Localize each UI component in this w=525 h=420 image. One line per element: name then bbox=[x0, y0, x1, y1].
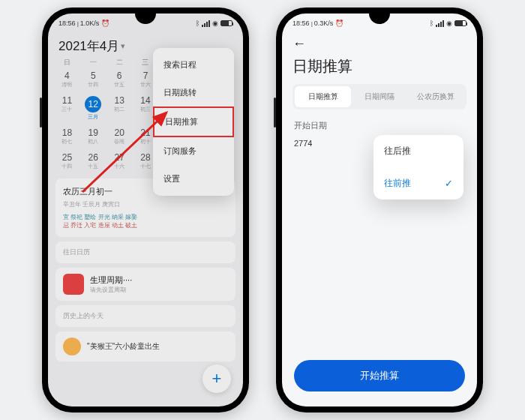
day-number: 14 bbox=[140, 95, 150, 106]
lunar-subtitle: 辛丑年 壬辰月 庚寅日 bbox=[63, 200, 228, 208]
field-label: 开始日期 bbox=[294, 120, 327, 131]
tabs: 日期推算 日期间隔 公农历换算 bbox=[292, 84, 466, 110]
option-label: 往后推 bbox=[384, 145, 411, 158]
calendar-day[interactable]: 19初八 bbox=[80, 126, 106, 148]
day-number: 21 bbox=[140, 128, 150, 138]
section-past-days[interactable]: 往日日历 bbox=[56, 242, 236, 263]
day-number: 7 bbox=[143, 70, 148, 81]
calendar-day[interactable]: 12三月 bbox=[80, 94, 106, 123]
alarm-icon: ⏰ bbox=[101, 20, 110, 27]
menu-search[interactable]: 搜索日程 bbox=[153, 51, 234, 79]
screen-calendar: 18:56 | 1.0K/s ⏰ ᛒ ◉ 2021年4月 ▾ 日 一 二 三 四… bbox=[48, 14, 243, 406]
add-event-fab[interactable]: + bbox=[202, 364, 231, 393]
period-title: 生理周期···· bbox=[90, 274, 132, 286]
menu-settings[interactable]: 设置 bbox=[153, 165, 234, 193]
status-speed: 1.0K/s bbox=[80, 20, 100, 27]
page-title: 日期推算 bbox=[282, 52, 477, 84]
day-sub: 十五 bbox=[80, 163, 106, 170]
weekday: 二 bbox=[106, 58, 133, 68]
calendar-day[interactable]: 25十四 bbox=[54, 151, 80, 172]
calendar-day[interactable]: 13初二 bbox=[106, 94, 133, 123]
calendar-day[interactable]: 18初七 bbox=[54, 126, 80, 148]
day-sub: 清明 bbox=[54, 81, 80, 88]
signal-icon bbox=[202, 20, 210, 27]
day-number: 28 bbox=[140, 152, 150, 163]
day-sub: 初七 bbox=[54, 138, 80, 146]
direction-popup: 往后推 往前推 ✓ bbox=[374, 135, 464, 200]
wifi-icon: ◉ bbox=[446, 20, 452, 27]
overflow-menu: 搜索日程 日期跳转 日期推算 订阅服务 设置 bbox=[153, 48, 234, 196]
day-number: 4 bbox=[64, 70, 70, 81]
day-number: 11 bbox=[62, 95, 72, 106]
lunar-good: 宜 祭祀 塑绘 开光 纳采 嫁娶 bbox=[63, 213, 137, 221]
field-value: 2774 bbox=[294, 139, 312, 148]
menu-date-calc[interactable]: 日期推算 bbox=[153, 106, 234, 137]
weekday: 日 bbox=[54, 58, 80, 68]
period-sub: 请先设置周期 bbox=[90, 286, 132, 294]
weekday: 一 bbox=[80, 58, 106, 68]
battery-icon bbox=[454, 20, 466, 26]
tab-date-calc[interactable]: 日期推算 bbox=[295, 86, 351, 107]
back-button[interactable]: ← bbox=[282, 33, 477, 52]
tab-lunar-convert[interactable]: 公农历换算 bbox=[408, 86, 464, 107]
signal-icon bbox=[436, 20, 444, 27]
heart-icon bbox=[63, 274, 84, 295]
calendar-day[interactable]: 20谷雨 bbox=[106, 126, 133, 148]
event-icon bbox=[63, 338, 81, 356]
calendar-day[interactable]: 27十六 bbox=[106, 151, 133, 172]
day-sub: 谷雨 bbox=[106, 138, 133, 146]
day-sub: 十四 bbox=[54, 163, 80, 170]
bluetooth-icon: ᛒ bbox=[430, 20, 434, 27]
event-title: "美猴王"六小龄童出生 bbox=[87, 341, 160, 352]
phone-right: 18:56 | 0.3K/s ⏰ ᛒ ◉ ← 日期推算 日期推算 日期间隔 公农… bbox=[276, 8, 483, 412]
day-sub: 十六 bbox=[106, 163, 133, 170]
status-time: 18:56 bbox=[58, 20, 76, 27]
alarm-icon: ⏰ bbox=[335, 20, 344, 27]
field-start-date[interactable]: 开始日期 bbox=[282, 110, 477, 136]
wifi-icon: ◉ bbox=[212, 20, 218, 27]
day-number: 13 bbox=[114, 95, 124, 106]
bluetooth-icon: ᛒ bbox=[196, 20, 200, 27]
day-sub: 三月 bbox=[80, 113, 106, 121]
arrow-left-icon: ← bbox=[292, 36, 306, 51]
day-number: 19 bbox=[88, 128, 98, 138]
battery-icon bbox=[220, 20, 232, 26]
tab-date-diff[interactable]: 日期间隔 bbox=[351, 86, 407, 107]
day-sub: 廿五 bbox=[106, 81, 133, 88]
start-calc-button[interactable]: 开始推算 bbox=[294, 360, 465, 392]
day-number: 20 bbox=[114, 128, 124, 138]
day-sub: 三十 bbox=[54, 106, 80, 113]
screen-date-calc: 18:56 | 0.3K/s ⏰ ᛒ ◉ ← 日期推算 日期推算 日期间隔 公农… bbox=[282, 14, 477, 406]
calendar-day[interactable]: 6廿五 bbox=[106, 69, 133, 91]
phone-left: 18:56 | 1.0K/s ⏰ ᛒ ◉ 2021年4月 ▾ 日 一 二 三 四… bbox=[42, 8, 249, 412]
calendar-day[interactable]: 4清明 bbox=[54, 69, 80, 91]
day-number: 26 bbox=[88, 152, 98, 163]
day-number: 18 bbox=[62, 128, 72, 138]
day-number: 25 bbox=[62, 152, 72, 163]
chevron-down-icon: ▾ bbox=[121, 41, 125, 51]
day-number: 12 bbox=[85, 96, 101, 112]
section-history-today[interactable]: 历史上的今天 bbox=[56, 305, 236, 327]
calendar-day[interactable]: 26十五 bbox=[80, 151, 106, 172]
history-event-card[interactable]: "美猴王"六小龄童出生 bbox=[56, 332, 236, 362]
day-sub: 初八 bbox=[80, 138, 106, 146]
status-speed: 0.3K/s bbox=[314, 20, 334, 27]
menu-jump[interactable]: 日期跳转 bbox=[153, 79, 234, 106]
lunar-bad: 忌 乔迁 入宅 造屋 动土 破土 bbox=[63, 221, 137, 230]
day-number: 6 bbox=[117, 70, 122, 81]
day-number: 5 bbox=[91, 70, 96, 81]
option-backward[interactable]: 往前推 ✓ bbox=[374, 167, 464, 200]
menu-subscribe[interactable]: 订阅服务 bbox=[153, 137, 234, 165]
day-number: 27 bbox=[114, 152, 124, 163]
day-sub: 初二 bbox=[106, 106, 133, 113]
status-time: 18:56 bbox=[292, 20, 310, 27]
option-label: 往前推 bbox=[384, 177, 411, 190]
period-card[interactable]: 生理周期···· 请先设置周期 bbox=[56, 268, 236, 301]
option-forward[interactable]: 往后推 bbox=[374, 135, 464, 167]
check-icon: ✓ bbox=[445, 178, 453, 189]
calendar-day[interactable]: 5廿四 bbox=[80, 69, 106, 91]
month-label: 2021年4月 bbox=[58, 38, 119, 55]
day-sub: 廿四 bbox=[80, 81, 106, 88]
plus-icon: + bbox=[212, 369, 222, 388]
calendar-day[interactable]: 11三十 bbox=[54, 94, 80, 123]
